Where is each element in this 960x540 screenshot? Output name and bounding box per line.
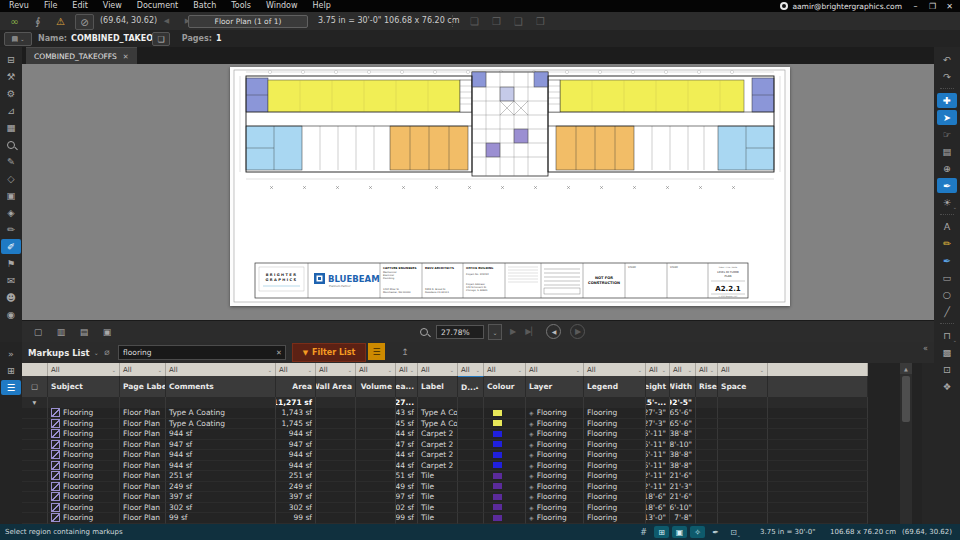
lock-markup-icon[interactable]: ❒: [532, 14, 549, 28]
clear-search-icon[interactable]: ✕: [273, 349, 285, 357]
zoom-icon[interactable]: [416, 325, 432, 340]
brightness-icon[interactable]: ☀⌄: [937, 195, 957, 210]
search-icon[interactable]: [1, 137, 21, 152]
markup-row[interactable]: FlooringFloor PlanType A Coating1,745 sf…: [22, 419, 868, 430]
markup-row[interactable]: FlooringFloor Plan249 sf249 sf249 sfTile…: [22, 482, 868, 493]
filter-all-dropdown[interactable]: All⌄: [48, 363, 120, 376]
filter-all-dropdown[interactable]: All⌄: [418, 363, 458, 376]
forward-view-icon[interactable]: ▶: [570, 324, 585, 339]
menu-edit[interactable]: Edit: [72, 0, 88, 12]
links-icon[interactable]: ◇: [1, 171, 21, 186]
markup-row[interactable]: FlooringFloor Plan947 sf947 sf947 sfCarp…: [22, 440, 868, 451]
markup-mode-icon[interactable]: ⊘: [75, 14, 94, 30]
menu-document[interactable]: Document: [137, 0, 178, 12]
column-header-subject[interactable]: Subject: [48, 376, 120, 397]
highlighter-icon[interactable]: ✏: [937, 236, 957, 251]
note-icon[interactable]: ▤: [937, 144, 957, 159]
text-tool-icon[interactable]: A: [937, 219, 957, 234]
menu-batch[interactable]: Batch: [193, 0, 216, 12]
menu-tools[interactable]: Tools: [231, 0, 251, 12]
markup-row[interactable]: FlooringFloor Plan944 sf944 sf944 sfCarp…: [22, 429, 868, 440]
markup-row[interactable]: FlooringFloor Plan944 sf944 sf944 sfCarp…: [22, 461, 868, 472]
split-horizontal-icon[interactable]: ▤: [76, 324, 92, 339]
collapse-group-icon[interactable]: ▾: [22, 397, 48, 408]
studio-chat-icon[interactable]: ✉: [1, 273, 21, 288]
column-header-space[interactable]: Space: [718, 376, 768, 397]
tab-combined-takeoffs[interactable]: COMBINED_TAKEOFFS ✕: [26, 47, 137, 65]
table-scrollbar[interactable]: ▲: [900, 363, 912, 524]
undo-icon[interactable]: ↶: [937, 52, 957, 67]
menu-file[interactable]: File: [44, 0, 57, 12]
previous-view-icon[interactable]: ◀: [546, 324, 561, 339]
prev-page-icon[interactable]: ◀: [158, 14, 175, 28]
capture-icon[interactable]: ◉: [1, 307, 21, 322]
account-info[interactable]: aamir@brightergraphics.com: [780, 0, 902, 12]
hand-icon[interactable]: ☞: [937, 127, 957, 142]
column-header-page-label[interactable]: Page Label: [120, 376, 166, 397]
scrollbar-thumb[interactable]: [902, 376, 910, 422]
menu-window[interactable]: Window: [266, 0, 298, 12]
zoom-dropdown-icon[interactable]: ⌄: [488, 324, 502, 340]
hide-markups-icon[interactable]: ⌀: [100, 345, 114, 359]
filter-settings-button[interactable]: ☰: [368, 343, 385, 360]
column-header-height[interactable]: Height: [646, 376, 670, 397]
filter-all-dropdown[interactable]: All⌄: [526, 363, 584, 376]
markups-list-tab-icon[interactable]: ☰: [1, 380, 21, 395]
sets-icon[interactable]: ⚑: [1, 256, 21, 271]
tab-close-icon[interactable]: ✕: [123, 53, 129, 61]
markup-row[interactable]: FlooringFloor Plan944 sf944 sf944 sfCarp…: [22, 450, 868, 461]
filter-all-dropdown[interactable]: All⌄: [696, 363, 718, 376]
floor-plan-sheet[interactable]: BRIGHTER GRAPHICS BLUEBEAM Platinum Part…: [230, 67, 790, 306]
summary-icon[interactable]: ⊞: [1, 363, 21, 378]
thumbnails-icon[interactable]: ▦: [1, 120, 21, 135]
single-page-icon[interactable]: ▢: [30, 324, 46, 339]
filter-all-dropdown[interactable]: All⌄: [276, 363, 316, 376]
filter-all-dropdown[interactable]: All⌄: [584, 363, 646, 376]
studio-people-icon[interactable]: ☻: [1, 290, 21, 305]
pen-tool-icon[interactable]: ✒: [937, 253, 957, 268]
scroll-up-icon[interactable]: ▲: [900, 363, 912, 374]
select-all-icon[interactable]: ❏: [466, 14, 483, 28]
alert-icon[interactable]: ⚠: [52, 14, 69, 28]
rectangle-tool-icon[interactable]: ▭: [937, 270, 957, 285]
select-all-checkbox[interactable]: ▢: [22, 376, 48, 397]
markup-row[interactable]: FlooringFloor Plan397 sf397 sf397 sfTile…: [22, 492, 868, 503]
filter-all-dropdown[interactable]: All⌄: [646, 363, 670, 376]
snapshot-tool-icon[interactable]: ⊡: [937, 362, 957, 377]
markup-row[interactable]: FlooringFloor PlanType A Coating1,743 sf…: [22, 408, 868, 419]
markup-row[interactable]: FlooringFloor Plan302 sf302 sf302 sfTile…: [22, 503, 868, 514]
markups-list-title-group[interactable]: Markups List ⌄: [28, 342, 99, 363]
page-setup-icon[interactable]: ▣: [99, 324, 115, 339]
filter-all-dropdown[interactable]: All⌄: [396, 363, 418, 376]
properties-icon[interactable]: ⚙: [1, 86, 21, 101]
ungroup-icon[interactable]: ❑: [510, 14, 527, 28]
web-tab-icon[interactable]: ⊕: [937, 161, 957, 176]
menu-help[interactable]: Help: [313, 0, 331, 12]
menu-view[interactable]: View: [103, 0, 122, 12]
column-header-wall-area[interactable]: Wall Area: [316, 376, 356, 397]
split-view-icon[interactable]: ⊟: [1, 52, 21, 67]
grid-icon[interactable]: #: [636, 526, 651, 538]
polyline-tool-icon[interactable]: ╱: [937, 304, 957, 319]
column-header-width[interactable]: Width: [670, 376, 696, 397]
last-view-icon[interactable]: ▶▏: [525, 327, 537, 336]
column-header-mea-[interactable]: Mea...: [396, 376, 418, 397]
menu-revu[interactable]: Revu: [9, 0, 29, 12]
pan-crosshair-icon[interactable]: ✚: [937, 93, 957, 108]
document-canvas[interactable]: BRIGHTER GRAPHICS BLUEBEAM Platinum Part…: [22, 64, 934, 320]
column-header-volume[interactable]: Volume: [356, 376, 396, 397]
layers-icon[interactable]: ◈: [1, 205, 21, 220]
snap-to-markup-icon[interactable]: ✧: [690, 526, 705, 538]
takeoff-icon[interactable]: ✐: [1, 239, 21, 254]
next-view-icon[interactable]: ▶: [510, 327, 516, 336]
restore-button[interactable]: ❐: [924, 0, 941, 12]
file-access-icon[interactable]: ▣: [1, 188, 21, 203]
signatures-icon[interactable]: ✎: [1, 154, 21, 169]
attachment-icon[interactable]: ∮: [29, 14, 46, 28]
zoom-level-input[interactable]: 27.78%: [436, 325, 484, 339]
markup-summary-icon[interactable]: ✏: [1, 222, 21, 237]
filter-all-dropdown[interactable]: All⌄: [670, 363, 696, 376]
link-icon[interactable]: ∞: [6, 14, 23, 28]
side-by-side-icon[interactable]: ▥: [53, 324, 69, 339]
filter-all-dropdown[interactable]: All⌄: [356, 363, 396, 376]
